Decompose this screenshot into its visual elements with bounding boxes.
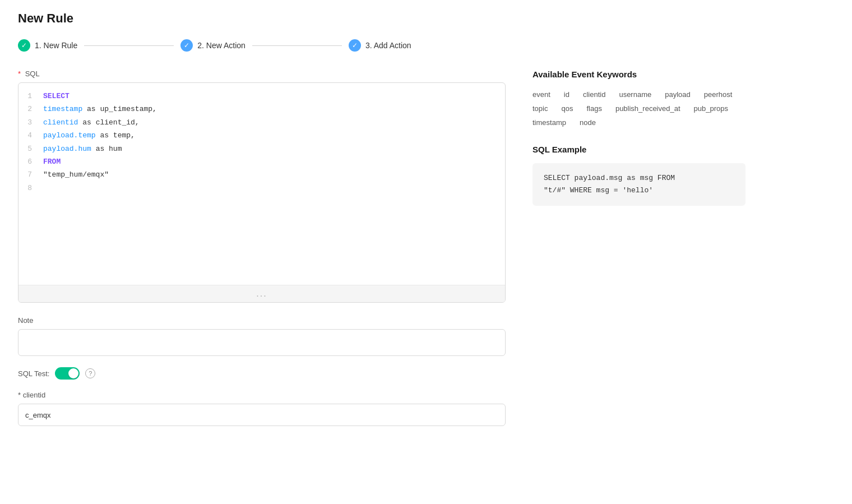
step-connector-2 (252, 45, 342, 46)
toggle-knob (68, 368, 78, 378)
code-line-4: payload.temp as temp, (43, 129, 501, 142)
line-num-8: 8 (25, 182, 32, 195)
code-drag-handle[interactable]: ... (18, 285, 505, 302)
step-connector-1 (84, 45, 174, 46)
step-3: ✓ 3. Add Action (349, 39, 411, 52)
drag-dots: ... (256, 289, 267, 299)
keyword-tag: publish_received_at (615, 104, 680, 113)
sql-test-toggle[interactable] (55, 367, 80, 380)
keyword-tag: event (532, 90, 550, 99)
step-3-label: 3. Add Action (365, 41, 411, 50)
keyword-tag: clientid (583, 90, 605, 99)
keywords-grid: eventidclientidusernamepayloadpeerhostto… (532, 90, 746, 127)
sql-label-text: SQL (25, 70, 40, 78)
code-line-3: clientid as client_id, (43, 116, 501, 129)
keyword-tag: qos (561, 104, 573, 113)
stepper: ✓ 1. New Rule ✓ 2. New Action ✓ 3. Add A… (18, 39, 834, 52)
line-num-6: 6 (25, 155, 32, 168)
clientid-input[interactable] (18, 404, 506, 426)
sql-example-code: SELECT payload.msg as msg FROM "t/#" WHE… (532, 163, 746, 206)
help-icon[interactable]: ? (85, 368, 95, 378)
step-2-label: 2. New Action (197, 41, 246, 50)
code-line-2: timestamp as up_timestamp, (43, 103, 501, 115)
code-line-6: FROM (43, 155, 501, 168)
sql-field-label: * SQL (18, 70, 506, 78)
clientid-label: * clientid (18, 391, 506, 399)
sql-code-editor[interactable]: 1 2 3 4 5 6 7 8 SELECT timestamp as up_t… (18, 82, 506, 303)
clientid-required-marker: * (18, 391, 21, 399)
keyword-tag: flags (586, 104, 601, 113)
code-line-1: SELECT (43, 90, 501, 103)
sql-required-marker: * (18, 70, 21, 78)
keyword-tag: username (619, 90, 651, 99)
line-num-4: 4 (25, 129, 32, 142)
keyword-tag: node (580, 118, 596, 127)
line-num-5: 5 (25, 142, 32, 155)
clientid-section: * clientid (18, 391, 506, 426)
step-2-icon: ✓ (180, 39, 193, 52)
main-content: * SQL 1 2 3 4 5 6 7 8 (18, 70, 834, 426)
note-section: Note (18, 316, 506, 356)
line-num-3: 3 (25, 116, 32, 129)
code-area[interactable]: 1 2 3 4 5 6 7 8 SELECT timestamp as up_t… (18, 83, 505, 285)
left-panel: * SQL 1 2 3 4 5 6 7 8 (18, 70, 506, 426)
keyword-tag: id (564, 90, 569, 99)
code-line-5: payload.hum as hum (43, 142, 501, 155)
line-num-2: 2 (25, 103, 32, 115)
keywords-title: Available Event Keywords (532, 70, 746, 79)
code-line-7: "temp_hum/emqx" (43, 168, 501, 181)
step-1-icon: ✓ (18, 39, 30, 52)
sql-test-label: SQL Test: (18, 369, 49, 378)
note-label: Note (18, 316, 506, 325)
step-2: ✓ 2. New Action (180, 39, 246, 52)
keyword-tag: timestamp (532, 118, 566, 127)
sql-test-row: SQL Test: ? (18, 367, 506, 380)
line-num-1: 1 (25, 90, 32, 103)
step-1-label: 1. New Rule (35, 41, 77, 50)
keyword-tag: pub_props (694, 104, 728, 113)
right-panel: Available Event Keywords eventidclientid… (532, 70, 746, 426)
line-numbers: 1 2 3 4 5 6 7 8 (18, 90, 39, 278)
step-3-icon: ✓ (349, 39, 361, 52)
sql-example-title: SQL Example (532, 145, 746, 154)
keyword-tag: payload (665, 90, 691, 99)
sql-code-content[interactable]: SELECT timestamp as up_timestamp, client… (39, 90, 505, 278)
keyword-tag: peerhost (704, 90, 733, 99)
note-input[interactable] (18, 329, 506, 356)
line-num-7: 7 (25, 168, 32, 181)
step-1: ✓ 1. New Rule (18, 39, 77, 52)
code-line-8 (43, 182, 501, 195)
keyword-tag: topic (532, 104, 548, 113)
clientid-label-text: clientid (23, 391, 45, 399)
page-title: New Rule (18, 11, 834, 26)
